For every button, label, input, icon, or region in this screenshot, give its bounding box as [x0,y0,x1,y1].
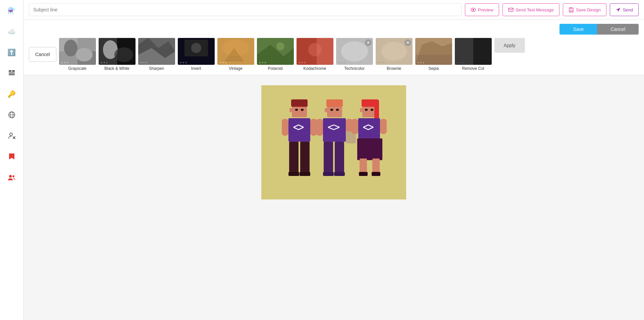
svg-rect-0 [9,70,11,72]
cancel-filter-button[interactable]: Cancel [29,47,56,62]
sidebar-item-user-remove[interactable] [4,128,19,143]
svg-rect-61 [288,172,299,176]
technicolor-remove[interactable]: ✕ [365,39,372,46]
filter-item-sharpen[interactable]: ▲▲▲ Sharpen [138,38,175,71]
save-button[interactable]: Save [559,24,597,35]
apply-button[interactable]: Apply [494,38,525,53]
kodachrome-thumb: ▲▲▲ [297,38,333,65]
sidebar-item-group[interactable] [4,170,19,185]
svg-rect-78 [358,118,380,138]
technicolor-thumb: ▲▲▲ ✕ [336,38,373,65]
svg-rect-72 [323,172,334,176]
sidebar-item-globe[interactable] [4,107,19,122]
svg-text:▲▲▲: ▲▲▲ [219,61,227,64]
filter-item-kodachrome[interactable]: ▲▲▲ Kodachrome [297,38,333,71]
svg-rect-77 [360,108,363,112]
brownie-thumb: ▲▲▲ ✕ [376,38,413,65]
svg-rect-82 [360,158,367,174]
preview-button[interactable]: Preview [465,3,499,16]
svg-point-20 [64,40,77,56]
svg-point-44 [341,41,368,61]
topbar: Preview Send Test Message Save Design Se… [23,0,644,20]
bw-thumb: ▲▲▲ [99,38,136,65]
filter-item-polaroid[interactable]: ▲▲▲ Polaroid [257,38,294,71]
svg-text:▲▲▲: ▲▲▲ [298,61,306,64]
svg-rect-64 [326,99,343,107]
svg-rect-84 [359,172,368,176]
send-test-button[interactable]: Send Test Message [502,3,559,16]
svg-text:▲▲▲: ▲▲▲ [179,61,187,64]
svg-rect-62 [300,172,310,176]
filter-item-invert[interactable]: ▲▲▲ Invert [178,38,215,71]
svg-point-21 [76,48,93,61]
svg-text:▲▲▲: ▲▲▲ [259,61,267,64]
filter-item-removecol[interactable]: ▲▲▲ Remove Col [455,38,492,71]
save-design-button[interactable]: Save Design [563,3,606,16]
svg-point-7 [10,133,12,136]
send-button[interactable]: Send [610,3,639,16]
svg-rect-55 [289,108,292,112]
svg-rect-71 [335,142,344,174]
svg-text:▲▲▲: ▲▲▲ [377,61,385,64]
technicolor-label: Technicolor [344,66,365,71]
svg-rect-60 [300,142,310,174]
svg-rect-66 [323,118,346,142]
svg-rect-73 [334,172,345,176]
filter-item-sepia[interactable]: ▲▲▲ Sepia [415,38,452,71]
subject-input[interactable] [29,3,462,16]
svg-rect-16 [570,8,572,9]
sidebar-item-bookmark[interactable] [4,149,19,164]
invert-thumb: ▲▲▲ [178,38,215,65]
email-canvas [261,85,406,199]
sidebar-item-key[interactable]: 🔑 [4,87,19,101]
svg-rect-81 [357,138,382,160]
svg-rect-3 [9,74,15,75]
svg-rect-67 [316,119,323,136]
filter-item-technicolor[interactable]: ▲▲▲ ✕ Technicolor [336,38,373,71]
svg-rect-83 [372,158,380,174]
svg-rect-89 [336,109,339,111]
filter-item-bw[interactable]: ▲▲▲ Black & White [99,38,136,71]
sepia-thumb: ▲▲▲ [415,38,452,65]
brownie-remove[interactable]: ✕ [405,39,411,46]
kodachrome-label: Kodachrome [304,66,326,71]
svg-rect-59 [289,142,299,174]
cancel-top-button[interactable]: Cancel [597,24,639,35]
brownie-label: Brownie [387,66,401,71]
filter-toolbar: Save Cancel Cancel ▲▲▲ Grayscale ▲▲▲ Bla… [23,20,644,75]
sidebar-item-upload[interactable]: ⬆️ [4,45,19,60]
svg-rect-80 [380,119,387,134]
svg-text:▲▲▲: ▲▲▲ [457,61,465,64]
filter-item-brownie[interactable]: ▲▲▲ ✕ Brownie [376,38,413,71]
vintage-thumb: ▲▲▲ [217,38,254,65]
svg-rect-14 [508,8,513,11]
filter-row: Cancel ▲▲▲ Grayscale ▲▲▲ Black & White ▲… [29,38,639,71]
svg-rect-86 [295,109,298,111]
svg-rect-2 [9,73,15,74]
svg-rect-57 [282,119,288,136]
sharpen-thumb: ▲▲▲ [138,38,175,65]
canvas-area [23,75,644,320]
vintage-label: Vintage [229,66,242,71]
sidebar-item-cloud[interactable]: ☁️ [4,24,19,39]
svg-point-26 [114,47,133,62]
svg-rect-88 [330,109,333,111]
svg-rect-56 [288,118,310,142]
svg-rect-54 [291,99,308,107]
svg-text:▲▲▲: ▲▲▲ [140,61,148,64]
filter-item-vintage[interactable]: ▲▲▲ Vintage [217,38,254,71]
svg-rect-79 [352,119,358,134]
svg-text:▲▲▲: ▲▲▲ [338,61,346,64]
svg-point-38 [276,42,284,50]
polaroid-thumb: ▲▲▲ [257,38,294,65]
sidebar-item-template[interactable] [4,66,19,81]
removecol-thumb: ▲▲▲ [455,38,492,65]
sidebar-item-flask[interactable]: ⚗️ [4,3,19,18]
svg-text:▲▲▲: ▲▲▲ [61,61,69,64]
sharpen-label: Sharpen [149,66,164,71]
svg-rect-15 [570,10,572,12]
svg-text:▲▲▲: ▲▲▲ [417,61,425,64]
filter-item-grayscale[interactable]: ▲▲▲ Grayscale [59,38,96,71]
svg-point-11 [12,175,14,177]
removecol-label: Remove Col [462,66,484,71]
